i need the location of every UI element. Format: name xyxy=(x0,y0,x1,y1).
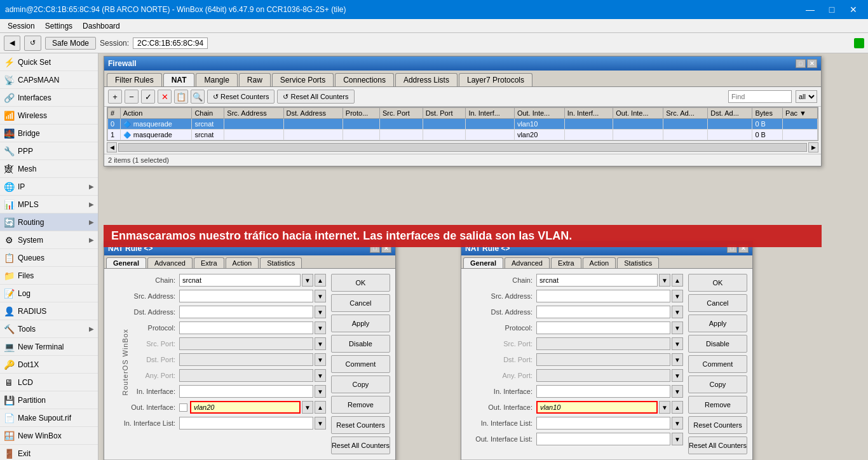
out-iface-input-right[interactable] xyxy=(536,401,658,414)
in-iface-list-input-right[interactable] xyxy=(536,417,670,430)
apply-button-right[interactable]: Apply xyxy=(688,315,747,332)
sidebar-item-tools[interactable]: 🔨 Tools ▶ xyxy=(0,320,98,338)
sidebar-item-queues[interactable]: 📋 Queues xyxy=(0,249,98,267)
in-iface-dropdown-right[interactable]: ▼ xyxy=(672,385,683,398)
dst-port-dropdown-right[interactable]: ▼ xyxy=(672,353,683,366)
reset-all-counters-button[interactable]: ↺ Reset All Counters xyxy=(277,90,354,104)
out-iface-scroll-right[interactable]: ▲ xyxy=(672,401,683,414)
tab-layer7[interactable]: Layer7 Protocols xyxy=(459,73,532,86)
any-port-dropdown-left[interactable]: ▼ xyxy=(315,369,326,382)
reset-counters-btn-right[interactable]: Reset Counters xyxy=(688,416,747,434)
menu-session[interactable]: Session xyxy=(3,20,40,32)
out-iface-list-dropdown-right[interactable]: ▼ xyxy=(672,433,683,445)
tab-action-right[interactable]: Action xyxy=(583,257,616,268)
copy-rule-button[interactable]: 📋 xyxy=(174,90,188,104)
in-iface-input-right[interactable] xyxy=(536,385,670,398)
reset-counters-button[interactable]: ↺ Reset Counters xyxy=(207,90,275,104)
sidebar-item-capsman[interactable]: 📡 CAPsMAAN xyxy=(0,71,98,89)
filter-button[interactable]: 🔍 xyxy=(191,90,205,104)
dst-port-input-left[interactable] xyxy=(179,353,313,366)
sidebar-item-ppp[interactable]: 🔧 PPP xyxy=(0,142,98,160)
sidebar-item-new-winbox[interactable]: 🪟 New WinBox xyxy=(0,427,98,445)
out-iface-list-input-right[interactable] xyxy=(536,433,670,445)
add-rule-button[interactable]: + xyxy=(108,90,122,104)
tab-statistics-left[interactable]: Statistics xyxy=(260,257,302,268)
in-iface-dropdown-left[interactable]: ▼ xyxy=(315,385,326,398)
sidebar-item-mpls[interactable]: 📊 MPLS ▶ xyxy=(0,196,98,213)
tab-action-left[interactable]: Action xyxy=(226,257,259,268)
minimize-button[interactable]: — xyxy=(801,3,820,17)
ok-button-right[interactable]: OK xyxy=(688,274,747,292)
find-scope-select[interactable]: all xyxy=(796,90,817,103)
src-address-dropdown-left[interactable]: ▼ xyxy=(315,290,326,302)
out-iface-scroll-left[interactable]: ▲ xyxy=(315,401,326,414)
tab-raw[interactable]: Raw xyxy=(239,73,271,86)
chain-dropdown-btn-right[interactable]: ▼ xyxy=(659,274,670,287)
reset-counters-btn-left[interactable]: Reset Counters xyxy=(331,416,390,434)
firewall-close-btn[interactable]: ✕ xyxy=(807,59,817,68)
in-iface-list-dropdown-left[interactable]: ▼ xyxy=(315,417,326,430)
src-port-input-right[interactable] xyxy=(536,337,670,350)
menu-dashboard[interactable]: Dashboard xyxy=(78,20,125,32)
remove-button-left[interactable]: Remove xyxy=(331,396,390,414)
chain-input-right[interactable] xyxy=(536,274,658,287)
maximize-button[interactable]: □ xyxy=(822,3,841,17)
chain-scroll-btn-right[interactable]: ▲ xyxy=(672,274,683,287)
disable-button-right[interactable]: Disable xyxy=(688,335,747,353)
sidebar-item-ip[interactable]: 🌐 IP ▶ xyxy=(0,178,98,196)
tab-advanced-left[interactable]: Advanced xyxy=(147,257,193,268)
sidebar-item-partition[interactable]: 💾 Partition xyxy=(0,391,98,409)
sidebar-item-routing[interactable]: 🔄 Routing ▶ xyxy=(0,213,98,231)
dst-address-dropdown-right[interactable]: ▼ xyxy=(672,306,683,318)
protocol-dropdown-left[interactable]: ▼ xyxy=(315,321,326,334)
safe-mode-button[interactable]: Safe Mode xyxy=(45,37,96,50)
comment-button-right[interactable]: Comment xyxy=(688,355,747,373)
sidebar-item-radius[interactable]: 👤 RADIUS xyxy=(0,302,98,320)
sidebar-item-wireless[interactable]: 📶 Wireless xyxy=(0,107,98,125)
dst-port-input-right[interactable] xyxy=(536,353,670,366)
out-iface-input-left[interactable] xyxy=(190,401,301,414)
out-iface-dropdown-right[interactable]: ▼ xyxy=(659,401,670,414)
sidebar-item-supout[interactable]: 📄 Make Supout.rif xyxy=(0,409,98,427)
tab-extra-right[interactable]: Extra xyxy=(551,257,581,268)
tab-general-right[interactable]: General xyxy=(463,257,503,268)
remove-button-right[interactable]: Remove xyxy=(688,396,747,414)
scroll-right-btn[interactable]: ▶ xyxy=(808,142,818,152)
apply-button-left[interactable]: Apply xyxy=(331,315,390,332)
tab-advanced-right[interactable]: Advanced xyxy=(505,257,550,268)
sidebar-item-mesh[interactable]: 🕸 Mesh xyxy=(0,160,98,178)
tab-service-ports[interactable]: Service Ports xyxy=(272,73,334,86)
ok-button-left[interactable]: OK xyxy=(331,274,390,292)
sidebar-item-lcd[interactable]: 🖥 LCD xyxy=(0,374,98,391)
in-iface-input-left[interactable] xyxy=(179,385,313,398)
disable-rule-button[interactable]: ✕ xyxy=(158,90,172,104)
copy-button-left[interactable]: Copy xyxy=(331,375,390,393)
sidebar-item-bridge[interactable]: 🌉 Bridge xyxy=(0,125,98,142)
any-port-input-right[interactable] xyxy=(536,369,670,382)
firewall-minimize-btn[interactable]: □ xyxy=(796,59,806,68)
any-port-dropdown-right[interactable]: ▼ xyxy=(672,369,683,382)
chain-scroll-btn-left[interactable]: ▲ xyxy=(315,274,326,287)
tab-connections[interactable]: Connections xyxy=(335,73,394,86)
table-row[interactable]: 0 🔷masquerade srcnat xyxy=(108,119,818,130)
src-address-input-left[interactable] xyxy=(179,290,313,302)
out-iface-checkbox-left[interactable] xyxy=(179,403,187,412)
tab-address-lists[interactable]: Address Lists xyxy=(395,73,458,86)
out-iface-dropdown-left[interactable]: ▼ xyxy=(302,401,313,414)
sidebar-item-exit[interactable]: 🚪 Exit xyxy=(0,445,98,460)
sidebar-item-log[interactable]: 📝 Log xyxy=(0,285,98,302)
h-scrollbar-track[interactable] xyxy=(118,143,807,152)
src-address-input-right[interactable] xyxy=(536,290,670,302)
protocol-dropdown-right[interactable]: ▼ xyxy=(672,321,683,334)
chain-dropdown-btn-left[interactable]: ▼ xyxy=(302,274,313,287)
sidebar-item-dot1x[interactable]: 🔑 Dot1X xyxy=(0,356,98,374)
tab-mangle[interactable]: Mangle xyxy=(196,73,237,86)
protocol-input-left[interactable] xyxy=(179,321,313,334)
reset-all-counters-btn-left[interactable]: Reset All Counters xyxy=(331,436,390,454)
src-port-dropdown-right[interactable]: ▼ xyxy=(672,337,683,350)
sidebar-item-files[interactable]: 📁 Files xyxy=(0,267,98,285)
dst-address-dropdown-left[interactable]: ▼ xyxy=(315,306,326,318)
comment-button-left[interactable]: Comment xyxy=(331,355,390,373)
scroll-left-btn[interactable]: ◀ xyxy=(107,142,117,152)
disable-button-left[interactable]: Disable xyxy=(331,335,390,353)
